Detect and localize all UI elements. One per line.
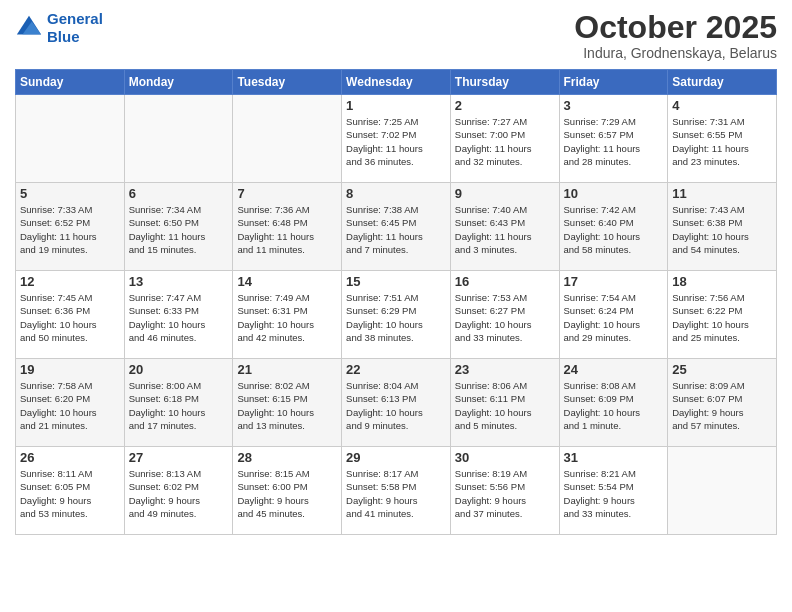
day-info: Sunrise: 8:00 AM Sunset: 6:18 PM Dayligh… <box>129 379 229 432</box>
day-number: 9 <box>455 186 555 201</box>
day-number: 29 <box>346 450 446 465</box>
day-number: 31 <box>564 450 664 465</box>
day-info: Sunrise: 8:15 AM Sunset: 6:00 PM Dayligh… <box>237 467 337 520</box>
day-info: Sunrise: 8:06 AM Sunset: 6:11 PM Dayligh… <box>455 379 555 432</box>
day-info: Sunrise: 8:09 AM Sunset: 6:07 PM Dayligh… <box>672 379 772 432</box>
logo-text: General Blue <box>47 10 103 46</box>
day-number: 10 <box>564 186 664 201</box>
day-number: 28 <box>237 450 337 465</box>
day-info: Sunrise: 7:25 AM Sunset: 7:02 PM Dayligh… <box>346 115 446 168</box>
header-cell-wednesday: Wednesday <box>342 70 451 95</box>
day-cell: 26Sunrise: 8:11 AM Sunset: 6:05 PM Dayli… <box>16 447 125 535</box>
day-number: 1 <box>346 98 446 113</box>
header-cell-sunday: Sunday <box>16 70 125 95</box>
day-number: 17 <box>564 274 664 289</box>
day-number: 23 <box>455 362 555 377</box>
day-info: Sunrise: 7:49 AM Sunset: 6:31 PM Dayligh… <box>237 291 337 344</box>
day-number: 16 <box>455 274 555 289</box>
day-number: 14 <box>237 274 337 289</box>
day-cell: 11Sunrise: 7:43 AM Sunset: 6:38 PM Dayli… <box>668 183 777 271</box>
week-row-4: 19Sunrise: 7:58 AM Sunset: 6:20 PM Dayli… <box>16 359 777 447</box>
day-cell: 25Sunrise: 8:09 AM Sunset: 6:07 PM Dayli… <box>668 359 777 447</box>
day-cell: 18Sunrise: 7:56 AM Sunset: 6:22 PM Dayli… <box>668 271 777 359</box>
day-number: 4 <box>672 98 772 113</box>
day-cell <box>668 447 777 535</box>
day-number: 18 <box>672 274 772 289</box>
day-cell: 3Sunrise: 7:29 AM Sunset: 6:57 PM Daylig… <box>559 95 668 183</box>
day-info: Sunrise: 8:11 AM Sunset: 6:05 PM Dayligh… <box>20 467 120 520</box>
day-info: Sunrise: 7:29 AM Sunset: 6:57 PM Dayligh… <box>564 115 664 168</box>
day-cell: 4Sunrise: 7:31 AM Sunset: 6:55 PM Daylig… <box>668 95 777 183</box>
logo-general: General <box>47 10 103 27</box>
day-number: 11 <box>672 186 772 201</box>
week-row-2: 5Sunrise: 7:33 AM Sunset: 6:52 PM Daylig… <box>16 183 777 271</box>
header-cell-monday: Monday <box>124 70 233 95</box>
day-number: 6 <box>129 186 229 201</box>
day-cell: 1Sunrise: 7:25 AM Sunset: 7:02 PM Daylig… <box>342 95 451 183</box>
day-number: 5 <box>20 186 120 201</box>
day-info: Sunrise: 7:34 AM Sunset: 6:50 PM Dayligh… <box>129 203 229 256</box>
day-cell: 10Sunrise: 7:42 AM Sunset: 6:40 PM Dayli… <box>559 183 668 271</box>
month-title: October 2025 <box>574 10 777 45</box>
day-info: Sunrise: 8:19 AM Sunset: 5:56 PM Dayligh… <box>455 467 555 520</box>
day-cell: 5Sunrise: 7:33 AM Sunset: 6:52 PM Daylig… <box>16 183 125 271</box>
day-number: 22 <box>346 362 446 377</box>
day-cell: 30Sunrise: 8:19 AM Sunset: 5:56 PM Dayli… <box>450 447 559 535</box>
week-row-5: 26Sunrise: 8:11 AM Sunset: 6:05 PM Dayli… <box>16 447 777 535</box>
day-info: Sunrise: 7:51 AM Sunset: 6:29 PM Dayligh… <box>346 291 446 344</box>
day-number: 21 <box>237 362 337 377</box>
day-info: Sunrise: 8:17 AM Sunset: 5:58 PM Dayligh… <box>346 467 446 520</box>
day-cell: 8Sunrise: 7:38 AM Sunset: 6:45 PM Daylig… <box>342 183 451 271</box>
day-info: Sunrise: 8:13 AM Sunset: 6:02 PM Dayligh… <box>129 467 229 520</box>
day-info: Sunrise: 7:36 AM Sunset: 6:48 PM Dayligh… <box>237 203 337 256</box>
logo-blue-text: Blue <box>47 28 80 45</box>
day-number: 19 <box>20 362 120 377</box>
day-info: Sunrise: 7:27 AM Sunset: 7:00 PM Dayligh… <box>455 115 555 168</box>
day-cell: 29Sunrise: 8:17 AM Sunset: 5:58 PM Dayli… <box>342 447 451 535</box>
day-cell: 9Sunrise: 7:40 AM Sunset: 6:43 PM Daylig… <box>450 183 559 271</box>
day-cell: 20Sunrise: 8:00 AM Sunset: 6:18 PM Dayli… <box>124 359 233 447</box>
day-number: 24 <box>564 362 664 377</box>
day-cell: 12Sunrise: 7:45 AM Sunset: 6:36 PM Dayli… <box>16 271 125 359</box>
header: General Blue October 2025 Indura, Grodne… <box>15 10 777 61</box>
day-number: 13 <box>129 274 229 289</box>
header-cell-friday: Friday <box>559 70 668 95</box>
day-cell: 7Sunrise: 7:36 AM Sunset: 6:48 PM Daylig… <box>233 183 342 271</box>
day-number: 3 <box>564 98 664 113</box>
day-info: Sunrise: 8:08 AM Sunset: 6:09 PM Dayligh… <box>564 379 664 432</box>
day-cell: 15Sunrise: 7:51 AM Sunset: 6:29 PM Dayli… <box>342 271 451 359</box>
day-number: 12 <box>20 274 120 289</box>
day-info: Sunrise: 7:47 AM Sunset: 6:33 PM Dayligh… <box>129 291 229 344</box>
location: Indura, Grodnenskaya, Belarus <box>574 45 777 61</box>
day-info: Sunrise: 8:21 AM Sunset: 5:54 PM Dayligh… <box>564 467 664 520</box>
header-cell-saturday: Saturday <box>668 70 777 95</box>
day-cell: 16Sunrise: 7:53 AM Sunset: 6:27 PM Dayli… <box>450 271 559 359</box>
day-cell: 14Sunrise: 7:49 AM Sunset: 6:31 PM Dayli… <box>233 271 342 359</box>
day-info: Sunrise: 7:40 AM Sunset: 6:43 PM Dayligh… <box>455 203 555 256</box>
week-row-3: 12Sunrise: 7:45 AM Sunset: 6:36 PM Dayli… <box>16 271 777 359</box>
day-cell: 23Sunrise: 8:06 AM Sunset: 6:11 PM Dayli… <box>450 359 559 447</box>
day-cell <box>16 95 125 183</box>
header-cell-tuesday: Tuesday <box>233 70 342 95</box>
week-row-1: 1Sunrise: 7:25 AM Sunset: 7:02 PM Daylig… <box>16 95 777 183</box>
day-info: Sunrise: 7:54 AM Sunset: 6:24 PM Dayligh… <box>564 291 664 344</box>
day-number: 7 <box>237 186 337 201</box>
day-cell: 17Sunrise: 7:54 AM Sunset: 6:24 PM Dayli… <box>559 271 668 359</box>
page: General Blue October 2025 Indura, Grodne… <box>0 0 792 612</box>
day-cell: 2Sunrise: 7:27 AM Sunset: 7:00 PM Daylig… <box>450 95 559 183</box>
title-block: October 2025 Indura, Grodnenskaya, Belar… <box>574 10 777 61</box>
day-cell: 27Sunrise: 8:13 AM Sunset: 6:02 PM Dayli… <box>124 447 233 535</box>
day-cell: 24Sunrise: 8:08 AM Sunset: 6:09 PM Dayli… <box>559 359 668 447</box>
day-info: Sunrise: 7:45 AM Sunset: 6:36 PM Dayligh… <box>20 291 120 344</box>
logo-icon <box>15 14 43 42</box>
header-row: SundayMondayTuesdayWednesdayThursdayFrid… <box>16 70 777 95</box>
day-cell: 19Sunrise: 7:58 AM Sunset: 6:20 PM Dayli… <box>16 359 125 447</box>
day-cell: 28Sunrise: 8:15 AM Sunset: 6:00 PM Dayli… <box>233 447 342 535</box>
day-info: Sunrise: 7:38 AM Sunset: 6:45 PM Dayligh… <box>346 203 446 256</box>
day-number: 27 <box>129 450 229 465</box>
day-info: Sunrise: 7:56 AM Sunset: 6:22 PM Dayligh… <box>672 291 772 344</box>
day-cell <box>233 95 342 183</box>
day-cell <box>124 95 233 183</box>
day-number: 20 <box>129 362 229 377</box>
header-cell-thursday: Thursday <box>450 70 559 95</box>
